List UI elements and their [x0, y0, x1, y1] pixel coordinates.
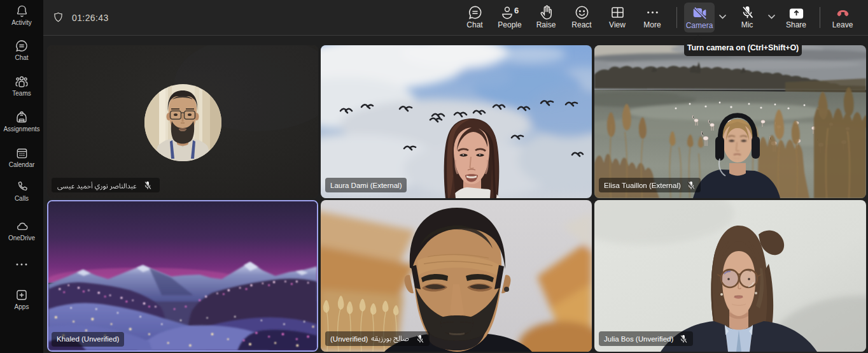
svg-text:6: 6: [514, 6, 519, 15]
